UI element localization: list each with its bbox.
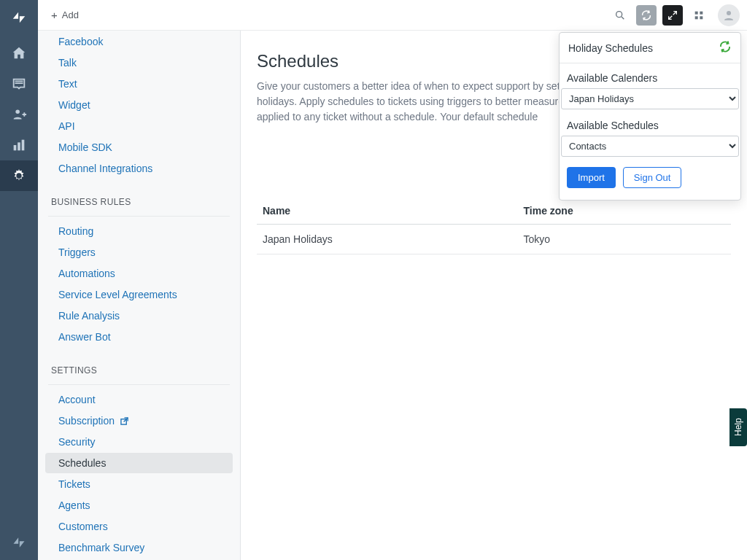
svg-line-6	[673, 11, 677, 15]
apps-button[interactable]	[689, 5, 709, 26]
add-label: Add	[62, 9, 79, 20]
holiday-schedules-popup: Holiday Schedules Available Calenders Ja…	[559, 32, 741, 201]
sidebar-item-rule-analysis[interactable]: Rule Analysis	[45, 306, 233, 326]
user-avatar[interactable]	[718, 4, 740, 26]
sidebar-item-talk[interactable]: Talk	[45, 52, 233, 73]
sidebar-item-subscription[interactable]: Subscription	[45, 411, 233, 431]
refresh-button[interactable]	[636, 5, 657, 26]
rail-reports[interactable]	[0, 130, 38, 160]
sidebar-item-benchmark[interactable]: Benchmark Survey	[45, 537, 233, 558]
cell-name: Japan Holidays	[257, 225, 518, 254]
add-tab-button[interactable]: + Add	[45, 7, 85, 23]
external-link-icon	[120, 416, 128, 424]
sidebar-item-label: Subscription	[58, 415, 115, 427]
svg-line-14	[124, 418, 128, 422]
sidebar-item-agents[interactable]: Agents	[45, 495, 233, 516]
left-rail	[0, 0, 38, 560]
sidebar-item-customers[interactable]: Customers	[45, 516, 233, 537]
sidebar-item-text[interactable]: Text	[45, 74, 233, 94]
rail-zendesk-icon[interactable]	[0, 525, 38, 560]
table-row[interactable]: Japan Holidays Tokyo	[257, 225, 731, 254]
svg-point-12	[727, 11, 731, 15]
sidebar-item-facebook[interactable]: Facebook	[45, 31, 233, 52]
sidebar-item-security[interactable]: Security	[45, 432, 233, 452]
expand-button[interactable]	[662, 5, 683, 26]
svg-rect-10	[695, 16, 698, 19]
brand-logo[interactable]	[0, 4, 38, 31]
rail-inbox[interactable]	[0, 69, 38, 99]
sidebar-item-schedules[interactable]: Schedules	[45, 453, 233, 473]
sidebar-header-business-rules: BUSINESS RULES	[38, 179, 240, 213]
sidebar-item-sla[interactable]: Service Level Agreements	[45, 284, 233, 305]
sidebar-item-account[interactable]: Account	[45, 389, 233, 410]
schedules-label: Available Schedules	[560, 115, 740, 134]
sidebar-item-routing[interactable]: Routing	[45, 221, 233, 241]
svg-line-5	[622, 17, 624, 19]
sign-out-button[interactable]: Sign Out	[623, 167, 682, 188]
sidebar-item-widget[interactable]: Widget	[45, 95, 233, 115]
sidebar-item-triggers[interactable]: Triggers	[45, 242, 233, 262]
svg-rect-8	[695, 11, 698, 14]
popup-title: Holiday Schedules	[568, 42, 653, 54]
cell-timezone: Tokyo	[518, 225, 732, 254]
sidebar-item-automations[interactable]: Automations	[45, 263, 233, 284]
column-name[interactable]: Name	[257, 198, 518, 225]
import-button[interactable]: Import	[567, 167, 616, 188]
search-button[interactable]	[610, 5, 630, 26]
svg-rect-3	[22, 140, 25, 151]
rail-home[interactable]	[0, 38, 38, 69]
sidebar-item-api[interactable]: API	[45, 116, 233, 136]
sidebar-item-answer-bot[interactable]: Answer Bot	[45, 327, 233, 347]
plus-icon: +	[51, 9, 58, 20]
top-bar: + Add	[38, 0, 747, 31]
rail-people[interactable]	[0, 99, 38, 130]
settings-side-nav: Facebook Talk Text Widget API Mobile SDK…	[38, 31, 241, 560]
help-tab[interactable]: Help	[729, 408, 747, 446]
svg-point-0	[15, 110, 20, 114]
sidebar-item-channel-integrations[interactable]: Channel Integrations	[45, 158, 233, 179]
schedules-table: Name Time zone Japan Holidays Tokyo	[257, 198, 731, 254]
popup-header: Holiday Schedules	[560, 33, 740, 63]
sidebar-item-mobilesdk[interactable]: Mobile SDK	[45, 137, 233, 158]
divider	[48, 384, 230, 385]
schedules-select[interactable]: Contacts	[561, 136, 739, 157]
rail-admin[interactable]	[0, 160, 38, 191]
calendars-select[interactable]: Japan Holidays	[561, 88, 739, 109]
popup-body: Available Calenders Japan Holidays Avail…	[560, 63, 740, 200]
svg-rect-1	[14, 145, 17, 150]
sidebar-header-settings: SETTINGS	[38, 348, 240, 381]
calendars-label: Available Calenders	[560, 68, 740, 87]
svg-point-4	[616, 11, 622, 17]
divider	[48, 216, 230, 217]
svg-line-7	[669, 15, 673, 19]
svg-rect-2	[18, 142, 20, 150]
column-timezone[interactable]: Time zone	[518, 198, 732, 225]
refresh-icon[interactable]	[719, 40, 732, 55]
sidebar-item-tickets[interactable]: Tickets	[45, 474, 233, 494]
svg-rect-9	[700, 11, 703, 14]
svg-rect-11	[700, 16, 703, 19]
